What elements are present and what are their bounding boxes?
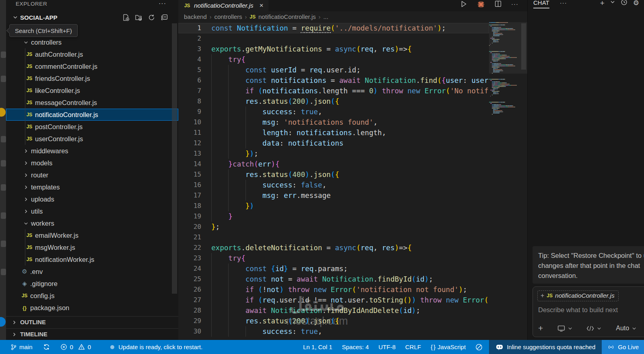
tree-item-label: templates — [31, 183, 60, 191]
breadcrumb-item[interactable]: backend — [184, 13, 207, 20]
tree-item-userController-js[interactable]: JSuserController.js — [6, 133, 178, 145]
run-icon[interactable] — [460, 0, 467, 8]
breadcrumb-separator: › — [319, 14, 321, 20]
tree-item-label: likeController.js — [35, 87, 80, 95]
chevron-right-icon — [22, 209, 29, 214]
chat-placeholder: Describe what to build next — [538, 306, 618, 314]
copilot-quota-item[interactable]: Inline suggestions quota reached — [489, 340, 602, 354]
breadcrumb-item[interactable]: ... — [323, 13, 328, 20]
tree-item-models[interactable]: models — [6, 157, 178, 169]
code-area[interactable]: 1const Notification = require('../models… — [178, 22, 489, 340]
tree-item--gitignore[interactable]: ◈.gitignore — [6, 278, 178, 290]
context-chip[interactable]: + JS notificatioController.js — [537, 290, 619, 301]
go-live-item[interactable]: Go Live — [602, 340, 644, 354]
tree-item-label: userController.js — [35, 135, 83, 143]
line-number: 10 — [178, 117, 201, 128]
language-item[interactable]: { } JavaScript — [431, 344, 466, 350]
chevron-right-icon — [22, 148, 29, 154]
js-file-icon: JS — [25, 88, 33, 93]
tab-chat[interactable]: CHAT — [533, 0, 549, 8]
js-file-icon: JS — [547, 293, 553, 298]
tree-item-utils[interactable]: utils — [6, 205, 178, 217]
cursor-position-item[interactable]: Ln 1, Col 1 — [303, 344, 332, 350]
attach-icon[interactable]: + — [538, 323, 543, 333]
tree-item-notificationWorker-js[interactable]: JSnotificationWorker.js — [6, 253, 178, 266]
editor-more-icon[interactable]: ··· — [511, 0, 518, 7]
activity-icon-fragment — [1, 269, 6, 275]
gear-icon[interactable]: ⚙ — [633, 0, 639, 7]
breadcrumb-item[interactable]: controllers — [214, 13, 242, 20]
tree-item-router[interactable]: router — [6, 169, 178, 181]
indentation-item[interactable]: Spaces: 4 — [342, 344, 369, 350]
refresh-icon[interactable] — [148, 14, 155, 21]
chat-more-icon[interactable]: ··· — [560, 0, 567, 6]
chevron-down-icon[interactable] — [568, 326, 572, 331]
chevron-down-icon[interactable] — [597, 326, 601, 331]
tree-item-messageController-js[interactable]: JSmessageController.js — [6, 97, 178, 109]
code-line-24: 24const {id} = req.params; — [178, 263, 489, 274]
tree-item-label: authController.js — [35, 51, 83, 58]
problems-item[interactable]: 0 0 — [60, 344, 91, 350]
chat-input-box[interactable]: + JS notificatioController.js Describe w… — [533, 286, 644, 337]
tree-item-uploads[interactable]: uploads — [6, 193, 178, 205]
tree-item-friendsController-js[interactable]: JSfriendsController.js — [6, 72, 178, 84]
project-root-row[interactable]: SOCIAL-APP — [6, 11, 178, 23]
tab-notificatioController[interactable]: JS notificatioController.js × — [178, 0, 268, 11]
eol-item[interactable]: CRLF — [405, 344, 421, 350]
tslint-disabled-item[interactable] — [475, 344, 483, 351]
prohibited-icon — [475, 344, 483, 351]
sync-item[interactable] — [43, 344, 50, 350]
vscode-window: EXPLORER ··· SOCIAL-APP controllersJSaut… — [0, 0, 644, 354]
tree-item--env[interactable]: ⚙.env — [6, 266, 178, 278]
tree-item-package-json[interactable]: {}package.json — [6, 302, 178, 314]
new-chat-icon[interactable]: + — [600, 0, 605, 8]
chevron-right-icon — [22, 173, 29, 178]
editor-scrollbar[interactable] — [521, 23, 526, 70]
tree-item-workers[interactable]: workers — [6, 217, 178, 229]
tab-label: notificatioController.js — [194, 2, 254, 9]
tree-item-emailWorker-js[interactable]: JSemailWorker.js — [6, 229, 178, 241]
tree-item-commentController-js[interactable]: JScommentController.js — [6, 60, 178, 72]
outline-section[interactable]: OUTLINE — [6, 316, 178, 328]
tree-item-label: controllers — [31, 39, 62, 46]
line-number: 3 — [178, 44, 201, 54]
tree-item-likeController-js[interactable]: JSlikeController.js — [6, 84, 178, 97]
line-number: 12 — [178, 138, 201, 148]
new-file-icon[interactable] — [122, 14, 129, 21]
activity-bar[interactable] — [0, 0, 6, 340]
tree-item-notificatioController-js[interactable]: JSnotificatioController.js — [6, 109, 178, 121]
code-line-17: 17msg: err.message — [178, 190, 489, 201]
tree-item-authController-js[interactable]: JSauthController.js — [6, 48, 178, 60]
tree-item-config-js[interactable]: JSconfig.js — [6, 290, 178, 302]
model-selector[interactable]: Auto — [616, 325, 636, 332]
close-icon[interactable]: × — [260, 2, 264, 10]
new-folder-icon[interactable] — [135, 14, 142, 21]
sidebar-scrollbar[interactable] — [172, 23, 177, 294]
breadcrumb-item[interactable]: notificatioController.js — [258, 13, 316, 20]
tree-item-middlewares[interactable]: middlewares — [6, 145, 178, 157]
warnings-icon — [78, 344, 85, 350]
timeline-section[interactable]: TIMELINE — [6, 328, 178, 340]
encoding-item[interactable]: UTF-8 — [378, 344, 396, 350]
tree-item-msgWorker-js[interactable]: JSmsgWorker.js — [6, 241, 178, 253]
tree-item-controllers[interactable]: controllers — [6, 36, 178, 48]
tree-item-templates[interactable]: templates — [6, 181, 178, 193]
code-line-30: 30success: true, — [178, 326, 489, 337]
split-editor-icon[interactable] — [495, 0, 502, 7]
git-branch-item[interactable]: main — [10, 344, 33, 351]
js-file-icon: JS — [25, 257, 33, 262]
update-ready-item[interactable]: Update is ready, click to restart. — [110, 344, 202, 350]
code-line-13: 13}); — [178, 148, 489, 159]
code-icon[interactable] — [586, 325, 594, 331]
explorer-more-icon[interactable]: ··· — [159, 0, 166, 7]
code-line-15: 15res.status(400).json({ — [178, 169, 489, 180]
line-number: 26 — [178, 284, 201, 295]
sparkle-run-icon[interactable] — [477, 0, 485, 8]
collapse-all-icon[interactable] — [161, 14, 168, 21]
history-icon[interactable] — [621, 0, 627, 6]
code-line-9: 9success: true, — [178, 107, 489, 117]
monitor-icon[interactable] — [557, 325, 565, 332]
chevron-down-icon[interactable] — [610, 0, 615, 5]
tree-item-label: workers — [31, 220, 54, 227]
tree-item-postController-js[interactable]: JSpostController.js — [6, 121, 178, 133]
